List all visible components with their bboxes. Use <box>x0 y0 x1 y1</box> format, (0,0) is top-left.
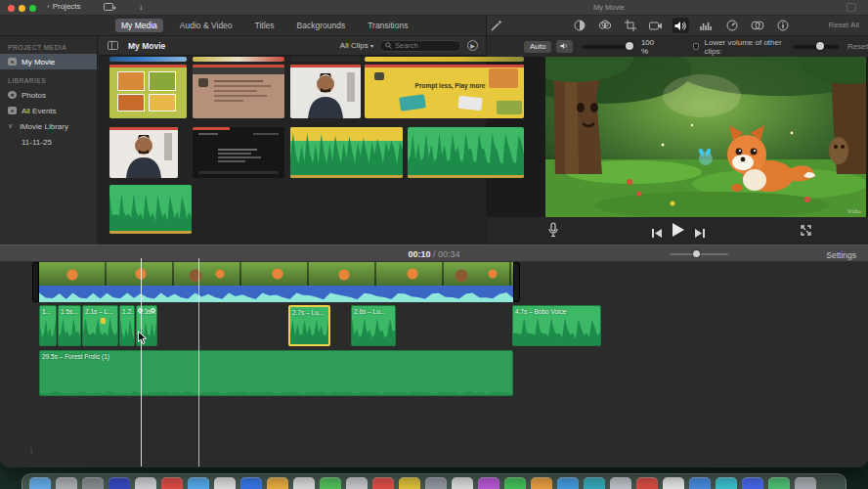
dock-app-icon[interactable] <box>399 477 420 489</box>
search-input[interactable] <box>395 41 454 50</box>
sidebar-toggle-icon[interactable] <box>108 41 118 50</box>
color-correction-icon[interactable] <box>596 18 613 33</box>
dock-app-icon[interactable] <box>56 477 77 489</box>
dock-app-icon[interactable] <box>161 477 183 489</box>
import-media-icon[interactable] <box>104 2 116 15</box>
clip-thumbnail-slide[interactable] <box>193 65 284 118</box>
dock-app-icon[interactable] <box>82 477 104 489</box>
clip-thumbnail-presenter[interactable] <box>290 65 361 118</box>
video-audio-waveform[interactable] <box>39 286 513 302</box>
clip-marker[interactable] <box>101 318 106 324</box>
audio-clip[interactable]: 4.7s – Bobo Voice <box>512 305 601 346</box>
dock[interactable] <box>22 473 846 489</box>
audio-clip-thumbnail[interactable] <box>408 127 524 178</box>
audio-clip-selected[interactable]: 2.7s – Lu... <box>288 305 330 346</box>
tab-titles[interactable]: Titles <box>249 19 281 32</box>
dock-app-icon[interactable] <box>663 477 684 489</box>
reset-button[interactable]: Reset <box>847 42 868 51</box>
timeline-zoom-slider[interactable] <box>670 253 728 255</box>
lower-volume-slider[interactable] <box>793 45 840 49</box>
skimmer-line[interactable] <box>141 258 142 467</box>
crop-icon[interactable] <box>622 18 638 33</box>
dock-app-icon[interactable] <box>214 477 236 489</box>
playhead-line[interactable] <box>198 258 199 467</box>
color-balance-icon[interactable] <box>571 18 587 33</box>
trim-handle-right[interactable] <box>513 262 520 302</box>
sidebar-item-all-events[interactable]: ★ All Events <box>0 103 97 118</box>
dock-app-icon[interactable] <box>267 477 288 489</box>
dock-app-icon[interactable] <box>689 477 711 489</box>
trim-handle-left[interactable] <box>32 262 39 302</box>
back-to-projects-button[interactable]: ‹Projects <box>47 2 81 11</box>
close-window-button[interactable] <box>8 5 15 12</box>
tab-audio-video[interactable]: Audio & Video <box>174 19 239 32</box>
download-arrow-icon[interactable]: ↓ <box>139 2 144 13</box>
clip-thumbnail-collage[interactable] <box>109 65 187 118</box>
play-icon[interactable] <box>671 222 685 242</box>
audio-clip[interactable]: 1... <box>39 305 57 346</box>
tab-my-media[interactable]: My Media <box>115 19 163 32</box>
tab-backgrounds[interactable]: Backgrounds <box>291 19 352 32</box>
sidebar-item-event-date[interactable]: 11-11-25 <box>0 134 97 150</box>
audio-clip[interactable]: 2.6s – Lu... <box>351 305 396 346</box>
dock-app-icon[interactable] <box>108 477 130 489</box>
dock-app-icon[interactable] <box>636 477 658 489</box>
lower-volume-checkbox[interactable] <box>693 43 699 50</box>
dock-app-icon[interactable] <box>346 477 368 489</box>
music-clip[interactable]: 29.5s – Forest Frolic (1) <box>39 350 513 396</box>
dock-app-icon[interactable] <box>452 477 473 489</box>
all-clips-filter[interactable]: All Clips ▾ <box>340 41 373 50</box>
effects-icon[interactable] <box>749 18 765 33</box>
disclosure-chevron-icon[interactable]: ∨ <box>8 122 13 130</box>
sidebar-item-imovie-library[interactable]: ∨ iMovie Library <box>0 118 97 134</box>
dock-app-icon[interactable] <box>188 477 209 489</box>
dock-app-icon[interactable] <box>531 477 552 489</box>
audio-clip-thumbnail[interactable] <box>109 185 192 234</box>
dock-app-icon[interactable] <box>135 477 156 489</box>
volume-icon[interactable] <box>673 18 689 33</box>
titlebar-action-icon[interactable] <box>846 3 856 12</box>
skip-back-icon[interactable] <box>651 225 663 243</box>
magic-wand-icon[interactable] <box>490 19 503 36</box>
dock-app-icon[interactable] <box>478 477 499 489</box>
noise-equalizer-icon[interactable] <box>698 18 715 33</box>
fullscreen-icon[interactable] <box>800 223 812 241</box>
dock-app-icon[interactable] <box>372 477 394 489</box>
dock-app-icon[interactable] <box>610 477 631 489</box>
video-preview[interactable]: Vidu <box>545 57 866 217</box>
dock-app-icon[interactable] <box>716 477 737 489</box>
clip-thumbnail-partial[interactable] <box>109 57 187 62</box>
dock-app-icon[interactable] <box>742 477 763 489</box>
clip-thumbnail-partial[interactable] <box>193 57 284 62</box>
circle-arrow-icon[interactable]: ▶ <box>467 40 478 51</box>
clip-thumbnail-screen-recording[interactable] <box>193 127 284 178</box>
search-field[interactable] <box>379 40 461 52</box>
skip-forward-icon[interactable] <box>694 225 706 243</box>
clip-thumbnail-partial[interactable] <box>365 57 524 62</box>
clip-thumbnail-partial[interactable] <box>290 57 361 62</box>
sidebar-item-photos[interactable]: ✽ Photos <box>0 87 97 103</box>
dock-app-icon[interactable] <box>320 477 341 489</box>
dock-app-icon[interactable] <box>293 477 315 489</box>
microphone-icon[interactable] <box>547 222 559 242</box>
dock-app-icon[interactable] <box>768 477 790 489</box>
tab-transitions[interactable]: Transitions <box>362 19 413 32</box>
dock-app-icon[interactable] <box>425 477 447 489</box>
audio-clip-thumbnail[interactable] <box>290 127 403 178</box>
zoom-window-button[interactable] <box>29 5 36 12</box>
sidebar-item-my-movie[interactable]: ★ My Movie <box>0 54 97 69</box>
video-clip-filmstrip[interactable] <box>39 262 513 286</box>
audio-clip[interactable]: 1.5s... <box>58 305 81 346</box>
clip-thumbnail-yellow-slide[interactable]: Prompt less, Play more <box>365 65 524 118</box>
speed-icon[interactable] <box>723 18 740 33</box>
minimize-window-button[interactable] <box>19 5 25 12</box>
dock-app-icon[interactable] <box>240 477 262 489</box>
settings-button[interactable]: Settings <box>826 250 856 260</box>
dock-app-icon[interactable] <box>795 477 816 489</box>
reset-all-button[interactable]: Reset All <box>828 21 859 29</box>
stabilization-icon[interactable] <box>647 18 664 33</box>
fade-handle[interactable] <box>151 308 155 313</box>
dock-app-icon[interactable] <box>584 477 605 489</box>
info-icon[interactable] <box>774 18 791 33</box>
dock-app-icon[interactable] <box>504 477 526 489</box>
